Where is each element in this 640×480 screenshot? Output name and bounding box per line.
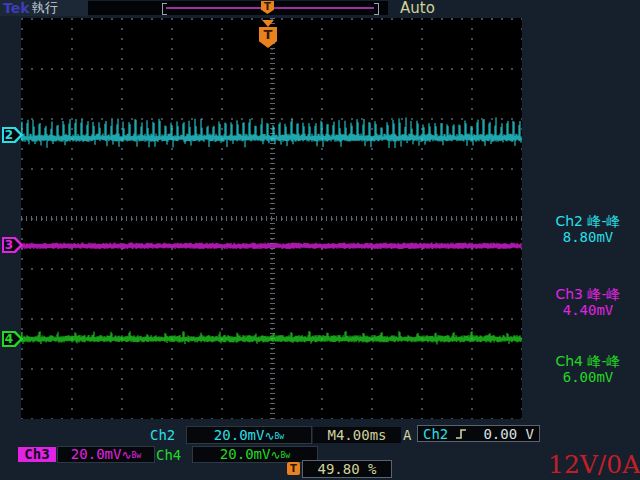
channel-3-number: 3: [2, 237, 16, 253]
measurement-ch3-label: Ch3 峰-峰: [536, 286, 640, 302]
measurement-ch4-label: Ch4 峰-峰: [536, 353, 640, 369]
waveform-trace-ch3: [21, 243, 521, 250]
trigger-system-label: A: [403, 427, 411, 443]
ch3-scale-readout: 20.0mV∿Bw: [57, 446, 155, 463]
record-left-bracket: [162, 3, 167, 15]
ch3-bandwidth-limit-icon: Bw: [132, 451, 142, 460]
tek-logo: Tek: [3, 0, 30, 16]
channel-2-marker: 2: [2, 127, 23, 143]
measurement-ch2-peak-to-peak: Ch2 峰-峰 8.80mV: [536, 213, 640, 245]
trigger-t-badge-icon: T: [287, 462, 300, 475]
ch2-ac-coupling-icon: ∿: [264, 429, 274, 443]
trigger-level-readout: 0.00 V: [483, 426, 534, 442]
channel-4-number: 4: [2, 331, 16, 347]
acquisition-run-status: 執行: [32, 0, 58, 16]
channel-4-marker: 4: [2, 331, 23, 347]
ch2-scale-readout: 20.0mV∿Bw: [186, 426, 312, 444]
trigger-position-readout: 49.80 %: [302, 460, 392, 478]
waveform-trace-ch4: [21, 331, 521, 344]
trigger-source-label: Ch2: [423, 426, 448, 442]
ch2-scale-label: Ch2: [150, 427, 175, 443]
ch4-bandwidth-limit-icon: Bw: [281, 451, 291, 460]
ch3-scale-label: Ch3: [18, 447, 56, 462]
graticule: T: [21, 18, 522, 419]
timebase-readout: M4.00ms: [313, 427, 401, 443]
ch4-ac-coupling-icon: ∿: [270, 448, 280, 462]
record-view-bar: [88, 1, 388, 15]
channel-2-number: 2: [2, 127, 16, 143]
test-condition-note: 12V/0A: [548, 451, 640, 479]
trigger-readout: Ch2 0.00 V: [417, 425, 540, 442]
ch4-scale-readout: 20.0mV∿Bw: [192, 446, 318, 463]
measurement-ch4-value: 6.00mV: [536, 369, 640, 385]
waveform-display: [21, 18, 522, 419]
measurement-ch3-peak-to-peak: Ch3 峰-峰 4.40mV: [536, 286, 640, 318]
ch4-scale-label: Ch4: [156, 447, 181, 463]
ch2-bandwidth-limit-icon: Bw: [275, 432, 285, 441]
trigger-mode-readout: Auto: [400, 0, 435, 17]
waveform-trace-ch2: [21, 117, 521, 147]
ch3-ac-coupling-icon: ∿: [121, 448, 131, 462]
measurement-ch2-label: Ch2 峰-峰: [536, 213, 640, 229]
channel-3-marker: 3: [2, 237, 23, 253]
trigger-rising-slope-icon: [455, 428, 467, 440]
measurement-ch2-value: 8.80mV: [536, 229, 640, 245]
brand-status-block: Tek 執行: [0, 0, 88, 16]
measurement-ch3-value: 4.40mV: [536, 302, 640, 318]
oscilloscope-screen: Tek 執行 T Auto T 2 3 4 Ch2 峰-峰 8.80mV Ch3…: [0, 0, 640, 480]
measurement-ch4-peak-to-peak: Ch4 峰-峰 6.00mV: [536, 353, 640, 385]
record-right-bracket: [374, 3, 379, 15]
